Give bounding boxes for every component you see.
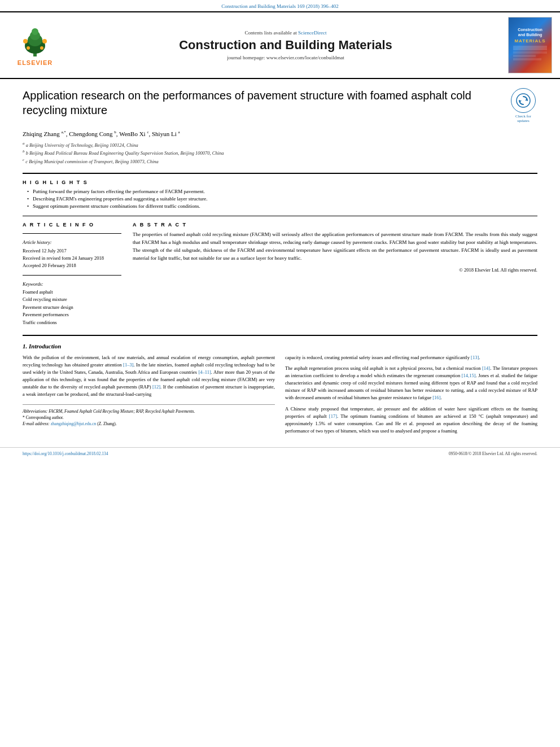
article-title-section: Application research on the performances… [23,88,537,123]
cover-box-title: Constructionand Building [518,28,542,37]
introduction-section: 1. Introduction With the pollution of th… [23,343,537,439]
introduction-title: 1. Introduction [23,343,537,350]
abstract-col: A B S T R A C T The properties of foamed… [133,222,537,326]
cover-box-subtitle: MATERIALS [514,38,545,43]
footnote-email: E-mail address: zhangzhiqing@bjut.edu.cn… [23,421,275,427]
article-title: Application research on the performances… [23,88,504,117]
keyword-2: Cold recycling mixture [23,296,121,304]
svg-point-5 [23,39,28,43]
intro-left-para-1: With the pollution of the environment, l… [23,354,275,399]
intro-body: With the pollution of the environment, l… [23,354,537,439]
keyword-3: Pavement structure design [23,304,121,312]
cover-box: Constructionand Building MATERIALS [508,17,552,73]
elsevier-tree-icon [15,24,55,58]
top-citation: Construction and Building Materials 169 … [0,0,560,11]
journal-citation: Construction and Building Materials 169 … [221,3,338,9]
svg-point-7 [27,46,30,50]
svg-rect-11 [513,55,536,57]
email-link[interactable]: zhangzhiqing@bjut.edu.cn [51,421,97,426]
journal-homepage: journal homepage: www.elsevier.com/locat… [69,55,502,60]
highlight-item-2: Describing FACRM's engineering propertie… [27,196,537,202]
check-updates-widget[interactable]: Check for updates [509,88,537,123]
svg-point-8 [40,46,43,50]
revised-date: Received in revised form 24 January 2018 [23,255,121,262]
affil-b: b b Beijing Road Political Bureau Road E… [23,148,537,157]
article-info-abstract: A R T I C L E I N F O Article history: R… [23,222,537,326]
issn: 0950-0618/© 2018 Elsevier Ltd. All right… [449,451,537,456]
keywords-section: Keywords: Foamed asphalt Cold recycling … [23,281,121,327]
keyword-5: Traffic conditions [23,319,121,327]
received-date: Received 12 July 2017 [23,247,121,255]
article-info-label: A R T I C L E I N F O [23,222,121,228]
intro-right-para-1: capacity is reduced, creating potential … [285,354,537,361]
sciencedirect-link[interactable]: ScienceDirect [298,30,326,36]
article-info-col: A R T I C L E I N F O Article history: R… [23,222,121,326]
bottom-bar: https://doi.org/10.1016/j.conbuildmat.20… [0,447,560,460]
divider-2 [23,216,537,216]
footnote-area: Abbreviations: FACRM, Foamed Asphalt Col… [23,404,275,427]
svg-point-4 [32,28,38,35]
svg-rect-9 [513,46,547,50]
svg-point-13 [517,94,530,107]
elsevier-brand: ELSEVIER [18,59,53,66]
highlight-item-3: Suggest optimum pavement structure combi… [27,203,537,209]
divider-1 [23,173,537,174]
doi-link[interactable]: https://doi.org/10.1016/j.conbuildmat.20… [23,451,108,456]
check-updates-icon [511,88,536,113]
affil-a: a a Beijing University of Technology, Be… [23,141,537,149]
cover-decoration [513,46,547,63]
article-history-label: Article history: [23,239,121,245]
highlights-label: H I G H L I G H T S [23,180,537,185]
affil-c: c c Beijing Municipal commission of Tran… [23,157,537,165]
elsevier-logo: ELSEVIER [7,24,63,66]
article-body: Application research on the performances… [0,79,560,447]
journal-header: ELSEVIER Contents lists available at Sci… [0,11,560,79]
affiliations: a a Beijing University of Technology, Be… [23,141,537,165]
footnote-abbreviations: Abbreviations: FACRM, Foamed Asphalt Col… [23,408,275,414]
highlights-section: H I G H L I G H T S Putting forward the … [23,180,537,209]
divider-5 [23,335,537,336]
svg-rect-10 [513,51,547,54]
authors: Zhiqing Zhang a,*, Chengdong Cong b, Wen… [23,130,537,137]
keywords-label: Keywords: [23,281,121,287]
divider-4 [23,275,121,276]
intro-right-col: capacity is reduced, creating potential … [285,354,537,439]
highlights-list: Putting forward the primary factors effe… [23,189,537,209]
abstract-text: The properties of foamed asphalt cold re… [133,231,537,263]
journal-center: Contents lists available at ScienceDirec… [69,30,502,60]
page: Construction and Building Materials 169 … [0,0,560,747]
svg-point-6 [42,39,47,43]
check-updates-label: Check for updates [509,114,537,123]
accepted-date: Accepted 20 February 2018 [23,262,121,269]
journal-cover: Constructionand Building MATERIALS [508,17,553,73]
divider-3 [23,233,121,234]
refresh-icon [515,93,531,108]
keyword-4: Pavement performances [23,311,121,319]
footnote-corresponding: * Corresponding author. [23,414,275,421]
journal-title: Construction and Building Materials [69,38,502,53]
highlight-item-1: Putting forward the primary factors effe… [27,189,537,194]
intro-left-col: With the pollution of the environment, l… [23,354,275,439]
svg-rect-12 [513,58,541,60]
contents-line: Contents lists available at ScienceDirec… [69,30,502,36]
abstract-label: A B S T R A C T [133,222,537,228]
intro-right-para-3: A Chinese study proposed that temperatur… [285,405,537,435]
intro-right-para-2: The asphalt regeneration process using o… [285,365,537,402]
keyword-1: Foamed asphalt [23,289,121,296]
copyright: © 2018 Elsevier Ltd. All rights reserved… [133,267,537,273]
